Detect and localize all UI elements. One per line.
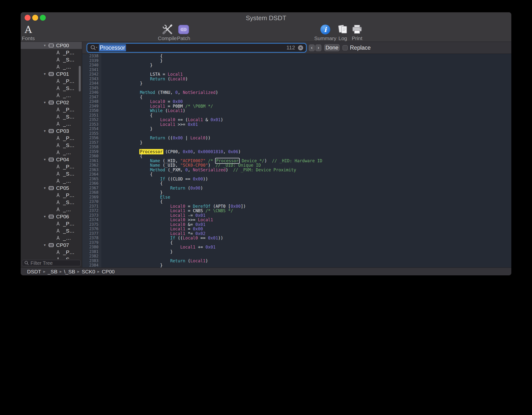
tree-item-child[interactable]: _… xyxy=(21,120,82,127)
breadcrumb-item[interactable]: CP00 xyxy=(102,269,115,275)
disclosure-triangle-icon[interactable]: ▼ xyxy=(43,72,47,76)
fonts-button[interactable]: A Fonts xyxy=(22,24,35,41)
code-line: 2344 } xyxy=(82,81,511,86)
tree-item-label: _… xyxy=(63,64,71,70)
search-icon xyxy=(90,45,98,51)
tree-item-CP00[interactable]: ▼CP00 xyxy=(21,42,82,49)
log-button[interactable]: Log xyxy=(337,24,348,41)
line-number: 2343 xyxy=(82,77,101,81)
tree-item-child[interactable]: _P… xyxy=(21,249,82,256)
method-icon xyxy=(56,107,61,112)
line-number: 2350 xyxy=(82,108,101,113)
disclosure-triangle-icon[interactable]: ▼ xyxy=(43,101,47,104)
tree-item-child[interactable]: _S… xyxy=(21,170,82,177)
tree-item-CP02[interactable]: ▼CP02 xyxy=(21,99,82,106)
line-number: 2381 xyxy=(82,250,101,254)
code-line: 2338 { xyxy=(82,54,511,59)
titlebar[interactable]: System DSDT xyxy=(21,12,511,23)
toolbar: A Fonts Compile xyxy=(21,23,511,42)
line-number: 2360 xyxy=(82,154,101,159)
tree-item-label: _S… xyxy=(63,142,75,148)
disclosure-triangle-icon[interactable]: ▼ xyxy=(43,129,47,133)
disclosure-triangle-icon[interactable]: ▼ xyxy=(43,215,47,218)
breadcrumb-item[interactable]: SCK0 xyxy=(82,269,95,275)
tree-item-child[interactable]: _… xyxy=(21,206,82,213)
tree-item-child[interactable]: _P… xyxy=(21,192,82,199)
code-line: 2363 Method (_PXM, 0, NotSerialized) // … xyxy=(82,168,511,172)
line-number: 2347 xyxy=(82,95,101,100)
method-icon xyxy=(56,93,61,98)
breadcrumb-separator-icon: ▸ xyxy=(97,269,100,274)
sidebar: ▼CP00_P…_S…_…▼CP01_P…_S…_…▼CP02_P…_S…_…▼… xyxy=(21,42,82,267)
tree-item-child[interactable]: _… xyxy=(21,92,82,99)
tree-item-child[interactable]: _S… xyxy=(21,199,82,206)
disclosure-triangle-icon[interactable]: ▼ xyxy=(43,44,47,47)
tree-item-child[interactable]: _P… xyxy=(21,220,82,227)
tree-item-child[interactable]: _S… xyxy=(21,142,82,149)
disclosure-triangle-icon[interactable]: ▼ xyxy=(43,186,47,190)
tree-item-CP06[interactable]: ▼CP06 xyxy=(21,213,82,220)
tree-item-label: _S… xyxy=(63,171,75,177)
tree-item-child[interactable]: _P… xyxy=(21,49,82,56)
replace-checkbox[interactable] xyxy=(343,45,348,50)
tree-item-label: _P… xyxy=(63,192,75,198)
tree-item-child[interactable]: _S… xyxy=(21,227,82,234)
sidebar-scrollbar[interactable] xyxy=(79,66,81,91)
code-line: 2384 } xyxy=(82,263,511,267)
search-input[interactable]: Processor 112 ✕ xyxy=(87,44,306,52)
zoom-button[interactable] xyxy=(40,15,46,21)
line-number: 2348 xyxy=(82,99,101,104)
tree-item-label: _P… xyxy=(63,135,75,141)
compile-button[interactable]: Compile xyxy=(158,24,177,41)
tree-item-child[interactable]: _S… xyxy=(21,256,82,259)
find-previous-button[interactable]: ‹ xyxy=(309,44,315,51)
done-button[interactable]: Done xyxy=(324,44,340,51)
tree-item-child[interactable]: _… xyxy=(21,234,82,241)
line-number: 2383 xyxy=(82,259,101,263)
scope-icon xyxy=(48,157,54,162)
tree-item-label: _… xyxy=(63,149,71,155)
tree-item-child[interactable]: _S… xyxy=(21,113,82,120)
tree-item-child[interactable]: _S… xyxy=(21,85,82,92)
tree-item-child[interactable]: _P… xyxy=(21,106,82,113)
filter-tree-input[interactable]: Filter Tree xyxy=(22,260,81,266)
code-line: 2370 { xyxy=(82,199,511,204)
line-number: 2373 xyxy=(82,213,101,218)
search-query: Processor xyxy=(99,44,126,51)
log-icon xyxy=(337,24,348,35)
tree-item-CP03[interactable]: ▼CP03 xyxy=(21,127,82,134)
scope-icon xyxy=(48,243,54,248)
tree-item-child[interactable]: _P… xyxy=(21,77,82,85)
print-button[interactable]: Print xyxy=(351,24,363,41)
summary-button[interactable]: i Summary xyxy=(314,24,336,41)
patch-button[interactable]: Patch xyxy=(177,24,190,41)
code-line: 2353 Local1 >>= 0x01 xyxy=(82,122,511,127)
line-number: 2352 xyxy=(82,118,101,122)
breadcrumb-item[interactable]: _SB xyxy=(48,269,58,275)
breadcrumb-item[interactable]: \_SB xyxy=(64,269,75,275)
disclosure-triangle-icon[interactable]: ▼ xyxy=(43,158,47,161)
method-icon xyxy=(56,178,61,183)
find-bar: Processor 112 ✕ ‹ › Done Replace xyxy=(82,42,511,54)
tree-item-child[interactable]: _P… xyxy=(21,163,82,170)
tree-item-child[interactable]: _S… xyxy=(21,56,82,63)
code-line: 2347 { xyxy=(82,95,511,100)
tree-item-child[interactable]: _… xyxy=(21,149,82,156)
code-editor[interactable]: 2338 {2339 }2340 }23412342 LSTA = Local1… xyxy=(82,54,511,267)
tree-item-child[interactable]: _… xyxy=(21,177,82,184)
find-next-button[interactable]: › xyxy=(315,44,321,51)
clear-search-button[interactable]: ✕ xyxy=(298,45,303,50)
tree-item-CP07[interactable]: ▼CP07 xyxy=(21,241,82,249)
breadcrumb-item[interactable]: DSDT xyxy=(27,269,41,275)
disclosure-triangle-icon[interactable]: ▼ xyxy=(43,243,47,247)
tree-item-label: _S… xyxy=(63,228,75,234)
close-button[interactable] xyxy=(25,15,31,21)
minimize-button[interactable] xyxy=(32,15,38,21)
code-line: 2354 } xyxy=(82,127,511,131)
tree-item-CP05[interactable]: ▼CP05 xyxy=(21,184,82,192)
tree-item-CP01[interactable]: ▼CP01 xyxy=(21,70,82,77)
tree-item-child[interactable]: _… xyxy=(21,63,82,70)
tree-item-CP04[interactable]: ▼CP04 xyxy=(21,156,82,163)
line-number: 2375 xyxy=(82,222,101,227)
tree-item-child[interactable]: _P… xyxy=(21,134,82,142)
